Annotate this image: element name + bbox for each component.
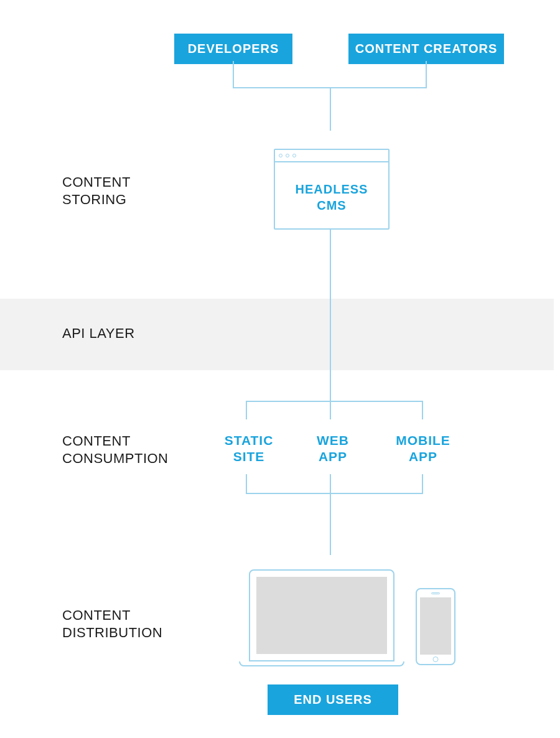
- consumer-web-app: WEB APP: [305, 432, 361, 465]
- consumer-static-site: STATIC SITE: [218, 432, 280, 465]
- text-line: SITE: [218, 449, 280, 465]
- text-line: APP: [305, 449, 361, 465]
- text-line: CMS: [275, 197, 388, 213]
- text-line: CONSUMPTION: [62, 450, 169, 467]
- cms-window-icon: HEADLESS CMS: [274, 149, 390, 230]
- phone-screen-icon: [420, 597, 451, 655]
- connector-line: [426, 61, 427, 87]
- window-titlebar-icon: [275, 150, 388, 162]
- text-line: DISTRIBUTION: [62, 624, 162, 642]
- laptop-frame-icon: [249, 569, 394, 661]
- connector-line: [246, 474, 247, 493]
- phone-speaker-icon: [431, 592, 440, 594]
- persona-content-creators: CONTENT CREATORS: [348, 34, 504, 64]
- text-line: HEADLESS: [275, 181, 388, 197]
- connector-line: [246, 401, 423, 402]
- connector-line: [330, 401, 331, 419]
- connector-line: [422, 474, 423, 493]
- section-label-storing: CONTENT STORING: [62, 174, 131, 208]
- connector-line: [246, 401, 247, 419]
- text-line: CONTENT: [62, 607, 162, 624]
- laptop-icon: [249, 569, 394, 666]
- connector-line: [330, 474, 331, 493]
- phone-home-icon: [433, 656, 439, 662]
- connector-line: [330, 493, 331, 555]
- consumer-mobile-app: MOBILE APP: [389, 432, 457, 465]
- window-dot-icon: [279, 154, 282, 157]
- cms-label: HEADLESS CMS: [275, 181, 388, 213]
- window-dot-icon: [292, 154, 296, 157]
- laptop-screen-icon: [256, 577, 387, 654]
- text-line: CONTENT: [62, 174, 131, 191]
- connector-line: [246, 493, 423, 494]
- section-label-consumption: CONTENT CONSUMPTION: [62, 432, 169, 467]
- section-label-distribution: CONTENT DISTRIBUTION: [62, 607, 162, 642]
- text-line: MOBILE: [389, 432, 457, 449]
- text-line: STATIC: [218, 432, 280, 449]
- text-line: APP: [389, 449, 457, 465]
- phone-icon: [416, 588, 455, 665]
- text-line: CONTENT: [62, 432, 169, 450]
- text-line: WEB: [305, 432, 361, 449]
- connector-line: [233, 61, 234, 87]
- end-users-badge: END USERS: [268, 684, 398, 715]
- text-line: STORING: [62, 191, 131, 208]
- window-dot-icon: [286, 154, 289, 157]
- persona-developers: DEVELOPERS: [174, 34, 292, 64]
- connector-line: [422, 401, 423, 419]
- laptop-base-icon: [239, 661, 404, 666]
- connector-line: [330, 230, 331, 401]
- connector-line: [330, 87, 331, 131]
- section-label-api: API LAYER: [62, 325, 135, 342]
